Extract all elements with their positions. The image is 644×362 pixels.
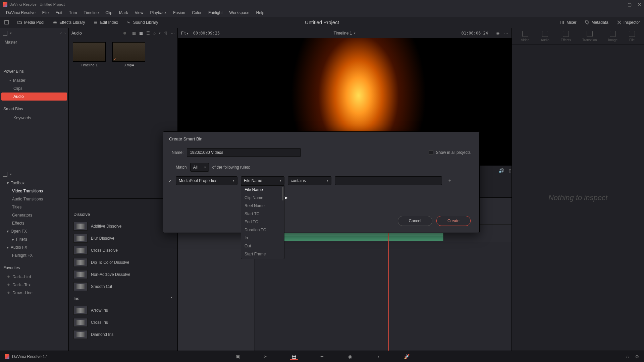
- menu-playback[interactable]: Playback: [147, 10, 170, 15]
- menu-fusion[interactable]: Fusion: [170, 10, 189, 15]
- tab-video[interactable]: Video: [521, 31, 529, 42]
- bin-clips[interactable]: Clips: [0, 84, 68, 93]
- show-all-checkbox[interactable]: [429, 150, 433, 155]
- rule-value-input[interactable]: [335, 176, 442, 185]
- sound-library-button[interactable]: Sound Library: [122, 17, 162, 28]
- tab-file[interactable]: File: [629, 31, 635, 42]
- edit-index-button[interactable]: Edit Index: [89, 17, 122, 28]
- maximize-button[interactable]: ▢: [628, 2, 632, 7]
- create-button[interactable]: Create: [436, 216, 471, 226]
- menu-file[interactable]: File: [39, 10, 52, 15]
- volume-icon[interactable]: 🔊: [498, 168, 504, 173]
- tab-effects[interactable]: Effects: [561, 31, 571, 42]
- home-icon[interactable]: ⌂: [626, 354, 629, 359]
- opt-file-name[interactable]: File Name: [241, 186, 284, 194]
- chevron-down-icon[interactable]: ▾: [10, 32, 12, 35]
- opt-reel-name[interactable]: Reel Name: [241, 202, 284, 210]
- fx-toolbox[interactable]: ▾Toolbox: [0, 179, 68, 187]
- fx-non-additive[interactable]: Non-Additive Dissolve: [69, 268, 177, 281]
- menu-edit[interactable]: Edit: [52, 10, 66, 15]
- fx-arrow-iris[interactable]: Arrow Iris: [69, 304, 177, 316]
- fit-dropdown[interactable]: Fit ▾: [181, 31, 189, 36]
- opt-in[interactable]: In: [241, 234, 284, 242]
- fx-filters[interactable]: ▸Filters: [0, 235, 68, 243]
- bin-power-master[interactable]: ▾Master: [0, 76, 68, 84]
- thumb-clip[interactable]: 3.mp4: [112, 42, 145, 67]
- fx-fairlight[interactable]: Fairlight FX: [0, 251, 68, 259]
- page-edit[interactable]: ▤: [290, 354, 298, 360]
- close-button[interactable]: ✕: [638, 2, 641, 7]
- cancel-button[interactable]: Cancel: [398, 216, 432, 226]
- settings-icon[interactable]: ⚙: [635, 354, 639, 359]
- inspector-button[interactable]: Inspector: [612, 20, 644, 25]
- scrollbar[interactable]: [282, 187, 283, 200]
- rule-op-select[interactable]: contains▾: [288, 176, 331, 185]
- menu-clip[interactable]: Clip: [102, 10, 116, 15]
- fx-smooth-cut[interactable]: Smooth Cut: [69, 281, 177, 293]
- metadata-button[interactable]: Metadata: [581, 20, 612, 25]
- menu-workspace[interactable]: Workspace: [226, 10, 253, 15]
- viewer-timeline-name[interactable]: Timeline 1▾: [334, 31, 356, 36]
- name-input[interactable]: [187, 148, 301, 157]
- media-pool-button[interactable]: Media Pool: [13, 17, 48, 28]
- effects-library-button[interactable]: Effects Library: [48, 17, 89, 28]
- opt-clip-name[interactable]: Clip Name: [241, 194, 284, 202]
- expand-button[interactable]: [0, 17, 13, 28]
- fx-generators[interactable]: Generators: [0, 211, 68, 219]
- page-deliver[interactable]: 🚀: [402, 354, 411, 360]
- menu-fairlight[interactable]: Fairlight: [205, 10, 226, 15]
- bin-keywords[interactable]: Keywords: [0, 114, 68, 122]
- page-color[interactable]: ◉: [346, 354, 354, 360]
- bypass-icon[interactable]: ◉: [496, 31, 499, 36]
- fx-audio-transitions[interactable]: Audio Transitions: [0, 195, 68, 203]
- opt-start-tc[interactable]: Start TC: [241, 210, 284, 218]
- tab-transition[interactable]: Transition: [582, 31, 597, 42]
- rule-source-select[interactable]: MediaPool Properties▾: [176, 176, 237, 185]
- viewer-tc-current[interactable]: 01:00:06:24: [462, 31, 488, 36]
- fx-audiofx[interactable]: ▾Audio FX: [0, 243, 68, 251]
- tab-image[interactable]: Image: [608, 31, 618, 42]
- search-icon[interactable]: ⌕: [153, 31, 156, 36]
- menu-app[interactable]: DaVinci Resolve: [3, 10, 39, 15]
- fx-blur-dissolve[interactable]: Blur Dissolve: [69, 232, 177, 244]
- fx-cross-dissolve[interactable]: Cross Dissolve: [69, 244, 177, 256]
- fx-diamond-iris[interactable]: Diamond Iris: [69, 328, 177, 341]
- menu-trim[interactable]: Trim: [66, 10, 80, 15]
- fav-3[interactable]: ★Draw...Line: [0, 289, 68, 297]
- nav-back-icon[interactable]: ‹: [60, 31, 62, 36]
- menu-color[interactable]: Color: [189, 10, 205, 15]
- tab-audio[interactable]: Audio: [541, 31, 549, 42]
- page-media[interactable]: ▣: [233, 354, 241, 360]
- view-list-icon[interactable]: ☰: [146, 31, 150, 36]
- minimize-button[interactable]: —: [617, 2, 622, 7]
- menu-timeline[interactable]: Timeline: [80, 10, 102, 15]
- more-icon[interactable]: ⋯: [504, 31, 508, 36]
- sort-icon[interactable]: ⇅: [164, 31, 167, 36]
- bin-view-icon[interactable]: [3, 31, 7, 36]
- thumb-timeline[interactable]: Timeline 1: [73, 42, 106, 67]
- rule-enabled-checkbox[interactable]: ✓: [168, 178, 172, 183]
- fav-1[interactable]: ★Dark...hird: [0, 273, 68, 281]
- fx-video-transitions[interactable]: Video Transitions: [0, 187, 68, 195]
- rule-field-select[interactable]: File Name▾ File Name Clip Name Reel Name…: [241, 176, 284, 185]
- fav-2[interactable]: ★Dark...Text: [0, 281, 68, 289]
- page-fusion[interactable]: ✦: [318, 354, 326, 360]
- fx-cat-iris[interactable]: Iris⌃: [69, 293, 177, 304]
- fx-additive-dissolve[interactable]: Additive Dissolve: [69, 220, 177, 232]
- opt-start-frame[interactable]: Start Frame: [241, 250, 284, 258]
- meter-icon[interactable]: ▯: [509, 168, 512, 173]
- opt-out[interactable]: Out: [241, 242, 284, 250]
- menu-view[interactable]: View: [131, 10, 147, 15]
- bin-audio[interactable]: Audio: [1, 93, 67, 101]
- fx-cross-iris[interactable]: Cross Iris: [69, 316, 177, 328]
- view-grid-icon[interactable]: ▦: [139, 31, 143, 36]
- opt-duration-tc[interactable]: Duration TC: [241, 226, 284, 234]
- menu-mark[interactable]: Mark: [116, 10, 131, 15]
- fx-effects[interactable]: Effects: [0, 219, 68, 227]
- view-filmstrip-icon[interactable]: ▦: [132, 31, 136, 36]
- page-cut[interactable]: ✂: [262, 354, 270, 360]
- fx-dip-color[interactable]: Dip To Color Dissolve: [69, 256, 177, 268]
- fx-cat-dissolve[interactable]: Dissolve⌃: [69, 208, 177, 220]
- menu-help[interactable]: Help: [253, 10, 268, 15]
- page-fairlight[interactable]: ♪: [374, 354, 382, 360]
